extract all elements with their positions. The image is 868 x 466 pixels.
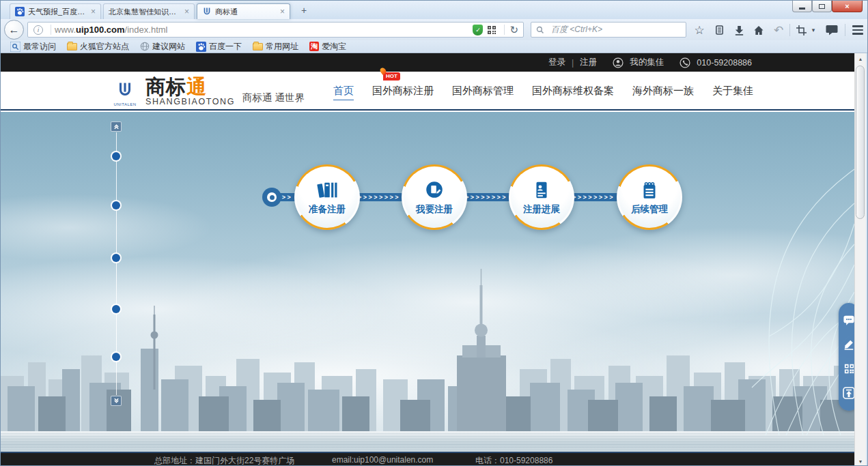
nav-overseas-trademark-group[interactable]: 海外商标一族 <box>632 85 694 100</box>
minimize-icon <box>799 8 805 10</box>
back-to-top-icon[interactable] <box>842 386 854 400</box>
timeline-up-icon[interactable] <box>111 121 122 132</box>
tab-close-icon[interactable]: × <box>184 8 189 15</box>
back-button[interactable]: ← <box>4 20 24 40</box>
topbar-phone-number: 010-59208886 <box>697 58 752 68</box>
nav-about-unitalen[interactable]: 关于集佳 <box>712 85 753 100</box>
hamburger-bars <box>852 25 863 35</box>
feedback-bubble-icon[interactable] <box>824 23 839 38</box>
step-label: 准备注册 <box>309 203 346 216</box>
clip-page-icon[interactable] <box>794 23 809 38</box>
timeline-dot-3[interactable] <box>112 254 120 262</box>
divider <box>504 25 505 35</box>
floating-toolbar <box>839 303 854 411</box>
chat-icon[interactable] <box>842 314 854 327</box>
scroll-down-icon[interactable]: ▼ <box>855 456 866 466</box>
nav-label: 国外商标注册 <box>372 85 434 96</box>
timeline-dot-4[interactable] <box>112 305 120 313</box>
most-visited-icon <box>10 42 20 52</box>
bookmark-most-visited[interactable]: 最常访问 <box>5 40 61 53</box>
step-register-now[interactable]: 我要注册 <box>402 164 467 230</box>
divider <box>789 24 790 36</box>
footer-phone: 电话：010-59208886 <box>475 455 552 466</box>
step-prepare-registration[interactable]: 准备注册 <box>294 164 360 230</box>
reload-icon[interactable]: ↻ <box>509 24 518 36</box>
hot-badge: HOT <box>383 72 400 81</box>
downloads-icon[interactable] <box>731 23 746 38</box>
minimize-button[interactable] <box>792 1 812 12</box>
logo-cn-prefix: 商标 <box>145 76 186 98</box>
browser-toolbar: ← i www.uip100.com/index.html ✓ ↻ 百度 <Ct… <box>1 19 868 40</box>
tab-close-icon[interactable]: × <box>91 8 96 15</box>
nav-home[interactable]: 首页 <box>333 85 354 100</box>
bookmark-label: 最常访问 <box>23 41 56 53</box>
bookmark-common-sites[interactable]: 常用网址 <box>247 40 304 53</box>
close-button[interactable]: × <box>832 1 863 12</box>
main-nav: 首页 HOT 国外商标注册 国外商标管理 国外商标维权备案 海外商标一族 关于集… <box>333 85 753 100</box>
site-info-icon[interactable]: i <box>33 25 43 35</box>
step-follow-up-management[interactable]: 后续管理 <box>617 164 682 230</box>
tab-bar: 天气预报_百度搜索 × 北京集慧智佳知识产权管理咨... × 商标通 × + × <box>1 1 868 19</box>
page-content: 登录 | 注册 我的集佳 010-59208886 UNITALEN 商标通 S… <box>1 53 854 466</box>
bookmark-baidu[interactable]: 百度一下 <box>191 40 247 53</box>
menu-hamburger-icon[interactable] <box>850 23 865 38</box>
logo-text-block: 商标通 SHANGBIAOTONG <box>145 78 235 106</box>
register-link[interactable]: 注册 <box>580 57 597 68</box>
search-box[interactable]: 百度 <Ctrl+K> <box>531 22 686 38</box>
taobao-icon: 淘 <box>309 42 319 51</box>
unitalen-mark-text: UNITALEN <box>112 102 138 106</box>
url-host: uip100.com <box>76 25 125 35</box>
baidu-favicon <box>15 7 25 16</box>
restore-button[interactable] <box>812 1 832 12</box>
qr-scan-icon[interactable] <box>487 25 496 35</box>
divider <box>845 24 845 36</box>
nav-rights-protection-filing[interactable]: 国外商标维权备案 <box>532 85 614 100</box>
section-timeline <box>111 121 122 406</box>
security-shield-icon[interactable]: ✓ <box>473 25 483 35</box>
unitalen-favicon <box>202 7 212 16</box>
timeline-dot-1[interactable] <box>112 152 120 160</box>
nav-foreign-trademark-management[interactable]: 国外商标管理 <box>452 85 514 100</box>
scroll-up-icon[interactable]: ▲ <box>855 53 866 64</box>
timeline-dot-2[interactable] <box>112 201 120 209</box>
undo-icon[interactable]: ↶ <box>771 23 786 38</box>
footer-address: 总部地址：建国门外大街22号赛特广场 <box>154 455 294 466</box>
scrollbar-thumb[interactable] <box>856 65 865 219</box>
folder-icon <box>67 43 77 50</box>
tab-shangbiaotong[interactable]: 商标通 × <box>197 3 290 19</box>
close-icon: × <box>845 3 849 10</box>
chevron-down-icon[interactable]: ▾ <box>809 23 817 38</box>
bookmarks-menu-icon[interactable] <box>712 23 727 38</box>
site-logo[interactable]: UNITALEN 商标通 SHANGBIAOTONG 商标通 通世界 <box>112 78 305 106</box>
timeline-dot-5[interactable] <box>112 353 120 361</box>
page-scrollbar[interactable]: ▲ ▼ <box>854 53 866 466</box>
bookmark-firefox-folder[interactable]: 火狐官方站点 <box>61 40 135 53</box>
tab-jihui[interactable]: 北京集慧智佳知识产权管理咨... × <box>103 3 195 19</box>
flow-chevrons: > > > > > > > > <box>358 193 403 201</box>
login-link[interactable]: 登录 <box>548 57 565 68</box>
bookmark-taobao[interactable]: 淘 爱淘宝 <box>304 40 352 53</box>
edit-pencil-icon[interactable] <box>842 338 854 351</box>
bookmark-label: 建议网站 <box>152 41 185 53</box>
logo-tagline: 商标通 通世界 <box>242 91 305 104</box>
tab-weather[interactable]: 天气预报_百度搜索 × <box>10 3 101 19</box>
new-tab-button[interactable]: + <box>296 5 312 17</box>
step-registration-progress[interactable]: 注册进展 <box>509 164 574 230</box>
bookmark-star-icon[interactable]: ☆ <box>692 23 707 38</box>
url-path: /index.html <box>125 25 168 35</box>
books-icon <box>316 179 338 201</box>
my-account-link[interactable]: 我的集佳 <box>630 57 664 68</box>
phone-icon <box>680 57 690 68</box>
tab-close-icon[interactable]: × <box>280 8 285 15</box>
address-bar[interactable]: i www.uip100.com/index.html ✓ ↻ <box>27 22 524 38</box>
tab-title: 天气预报_百度搜索 <box>28 7 87 17</box>
home-icon[interactable] <box>751 23 766 38</box>
timeline-down-icon[interactable] <box>111 396 122 406</box>
bookmark-suggested-sites[interactable]: 建议网站 <box>135 40 191 53</box>
globe-icon <box>140 42 150 51</box>
nav-foreign-trademark-registration[interactable]: HOT 国外商标注册 <box>372 85 434 100</box>
qr-code-icon[interactable] <box>842 362 854 376</box>
logo-en: SHANGBIAOTONG <box>145 97 235 106</box>
site-footer: 总部地址：建国门外大街22号赛特广场 email:uip100@unitalen… <box>1 452 854 466</box>
divider <box>51 25 51 35</box>
